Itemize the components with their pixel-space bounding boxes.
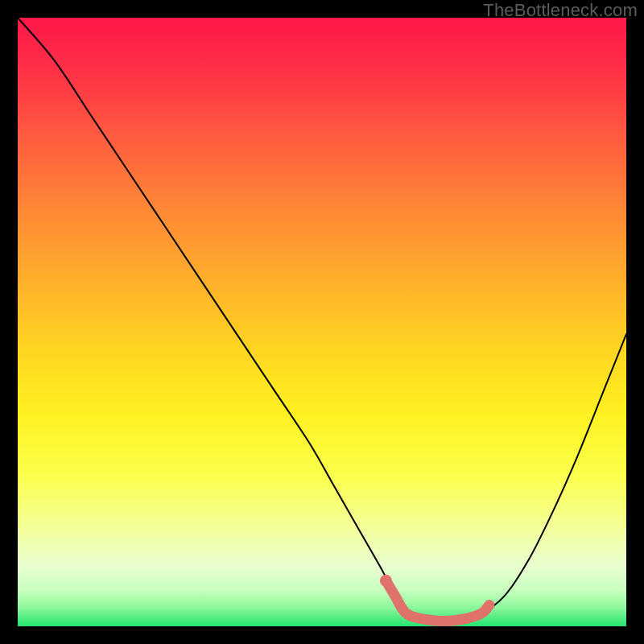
bottleneck-curve-line (18, 18, 626, 621)
optimal-start-dot (380, 575, 392, 587)
chart-svg (18, 18, 626, 626)
chart-gradient-panel (18, 18, 626, 626)
optimal-zone-segment (386, 580, 489, 621)
watermark-text: TheBottleneck.com (483, 0, 638, 21)
